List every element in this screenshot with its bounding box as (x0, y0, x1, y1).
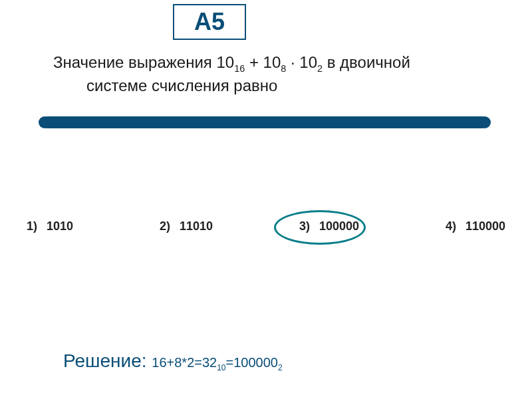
solution-line: Решение: 16+8*2=3210=1000002 (63, 350, 283, 372)
solution-sub: 2 (278, 363, 283, 372)
q-part: Значение выражения 10 (53, 53, 234, 71)
solution-sub: 10 (217, 363, 225, 372)
q-part: в двоичной (323, 53, 410, 71)
answer-options: 1) 1010 2) 11010 3) 100000 4) 110000 (27, 219, 505, 233)
question-text: Значение выражения 1016 + 108 · 102 в дв… (53, 52, 492, 97)
q-part: · 10 (286, 53, 317, 71)
option-number: 4) (446, 219, 456, 233)
q-sub: 2 (317, 63, 323, 74)
divider-bar (41, 116, 488, 128)
option-2: 2) 11010 (160, 219, 213, 233)
option-1: 1) 1010 (27, 219, 73, 233)
solution-expr: 16+8*2=32 (152, 355, 217, 370)
option-value: 1010 (47, 219, 73, 233)
option-value: 11010 (180, 219, 213, 233)
option-number: 2) (160, 219, 170, 233)
question-badge: А5 (173, 4, 246, 40)
correct-answer-circle (274, 210, 366, 245)
solution-expr: =100000 (226, 355, 278, 370)
option-4: 4) 110000 (446, 219, 505, 233)
option-number: 1) (27, 219, 37, 233)
q-line2: системе счисления равно (53, 75, 492, 96)
q-sub: 16 (234, 63, 245, 74)
q-part: + 10 (245, 53, 281, 71)
option-value: 110000 (466, 219, 505, 233)
solution-label: Решение: (63, 350, 152, 371)
slide: А5 Значение выражения 1016 + 108 · 102 в… (0, 0, 532, 399)
